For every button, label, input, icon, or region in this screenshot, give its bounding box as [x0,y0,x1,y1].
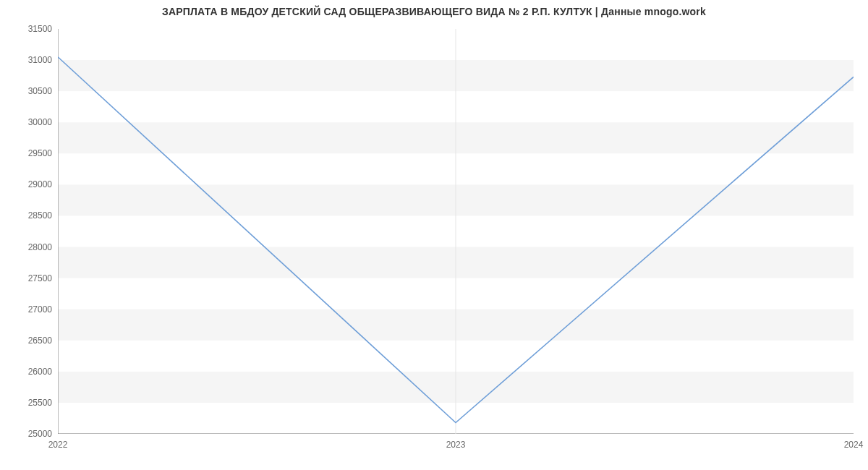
x-tick-label: 2022 [48,440,68,450]
y-tick-label: 30500 [9,86,52,96]
y-tick-label: 26500 [9,336,52,346]
y-tick-label: 27000 [9,304,52,315]
y-tick-label: 28000 [9,242,52,252]
y-tick-label: 29500 [9,148,52,158]
y-tick-label: 29000 [9,179,52,189]
chart-title: ЗАРПЛАТА В МБДОУ ДЕТСКИЙ САД ОБЩЕРАЗВИВА… [0,6,868,17]
y-tick-label: 28500 [9,210,52,221]
y-tick-label: 31500 [9,24,52,34]
y-tick-label: 27500 [9,273,52,283]
y-tick-label: 25500 [9,398,52,408]
chart-svg [58,29,854,434]
y-tick-label: 26000 [9,367,52,377]
chart-container: ЗАРПЛАТА В МБДОУ ДЕТСКИЙ САД ОБЩЕРАЗВИВА… [0,0,868,470]
x-tick-label: 2024 [844,440,864,450]
plot-area [58,29,854,434]
y-tick-label: 30000 [9,117,52,127]
y-tick-label: 31000 [9,55,52,65]
x-tick-label: 2023 [446,440,466,450]
y-tick-label: 25000 [9,429,52,439]
